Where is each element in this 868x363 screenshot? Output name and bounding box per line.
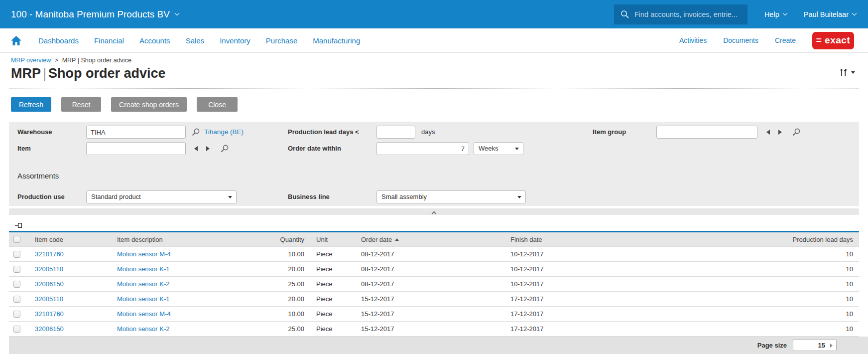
finish-date-cell: 17-12-2017 [504, 292, 714, 307]
item-next-icon[interactable] [206, 146, 210, 151]
order-date-cell: 08-12-2017 [355, 247, 504, 262]
refresh-button[interactable]: Refresh [11, 97, 51, 112]
quantity-cell: 25.00 [256, 277, 310, 292]
nav-item-purchase[interactable]: Purchase [266, 36, 297, 45]
item-description-link[interactable]: Motion sensor K-2 [117, 325, 170, 333]
production-use-label: Production use [17, 190, 65, 203]
warehouse-search-icon[interactable] [191, 128, 200, 137]
row-checkbox[interactable] [13, 266, 20, 273]
unit-cell: Piece [310, 277, 355, 292]
col-quantity[interactable]: Quantity [256, 232, 310, 247]
create-shop-orders-button[interactable]: Create shop orders [111, 97, 187, 112]
item-code-link[interactable]: 32006150 [35, 280, 64, 288]
nav-item-inventory[interactable]: Inventory [220, 36, 250, 45]
table-row: 32005110 Motion sensor K-1 20.00 Piece 0… [9, 262, 859, 277]
item-group-next-icon[interactable] [778, 130, 782, 135]
filter-panel: Warehouse Tihange (BE) Production lead d… [9, 122, 859, 206]
page-size-input[interactable]: 15 [793, 340, 837, 351]
nav-item-manufacturing[interactable]: Manufacturing [313, 36, 360, 45]
order-date-cell: 15-12-2017 [355, 322, 504, 337]
col-order-date[interactable]: Order date [355, 232, 504, 247]
item-code-link[interactable]: 32005110 [35, 295, 63, 303]
pin-columns-icon[interactable] [15, 222, 22, 229]
nav-item-documents[interactable]: Documents [723, 36, 758, 44]
item-code-link[interactable]: 32101760 [35, 250, 64, 258]
item-group-prev-icon[interactable] [766, 130, 770, 135]
toolbar: Refresh Reset Create shop orders Close [11, 97, 859, 112]
item-description-link[interactable]: Motion sensor M-4 [117, 250, 171, 258]
order-date-cell: 08-12-2017 [355, 277, 504, 292]
customize-menu[interactable] [840, 68, 855, 77]
row-checkbox[interactable] [13, 326, 20, 333]
col-finish-date[interactable]: Finish date [504, 232, 714, 247]
production-use-select[interactable]: Standard product [86, 190, 237, 203]
breadcrumb-parent-link[interactable]: MRP overview [11, 57, 51, 64]
chevron-down-icon [852, 11, 857, 16]
col-production-lead-days[interactable]: Production lead days [714, 232, 859, 247]
col-item-description[interactable]: Item description [111, 232, 256, 247]
order-date-unit-select[interactable]: Weeks [474, 142, 523, 155]
collapse-filters-strip[interactable] [9, 208, 859, 215]
item-search-icon[interactable] [220, 144, 229, 153]
row-checkbox[interactable] [13, 251, 20, 258]
close-button[interactable]: Close [197, 97, 238, 112]
row-checkbox[interactable] [13, 311, 20, 318]
breadcrumb-separator: > [55, 57, 58, 64]
nav-item-accounts[interactable]: Accounts [139, 36, 170, 45]
order-date-within-label: Order date within [288, 142, 341, 155]
order-date-within-input[interactable] [376, 142, 469, 155]
user-menu[interactable]: Paul Buitelaar [804, 10, 856, 18]
col-unit[interactable]: Unit [310, 232, 355, 247]
item-prev-icon[interactable] [194, 146, 198, 151]
reset-button[interactable]: Reset [61, 97, 101, 112]
page-content: MRP overview > MRP | Shop order advice M… [0, 53, 868, 354]
row-checkbox[interactable] [13, 296, 20, 303]
company-name: 100 - Manitoba Premium Products BV [11, 9, 170, 20]
finish-date-cell: 10-12-2017 [504, 262, 714, 277]
item-code-link[interactable]: 32005110 [35, 265, 63, 273]
nav-item-dashboards[interactable]: Dashboards [38, 36, 79, 45]
exact-logo: = exact [812, 32, 854, 49]
col-item-code[interactable]: Item code [29, 232, 111, 247]
order-date-cell: 15-12-2017 [355, 292, 504, 307]
item-code-link[interactable]: 32006150 [35, 325, 64, 333]
production-lead-days-input[interactable] [376, 126, 415, 139]
company-selector[interactable]: 100 - Manitoba Premium Products BV [11, 9, 179, 20]
item-description-link[interactable]: Motion sensor K-1 [117, 265, 170, 273]
table-body: 32101760 Motion sensor M-4 10.00 Piece 0… [9, 247, 859, 337]
nav-item-sales[interactable]: Sales [186, 36, 205, 45]
item-description-link[interactable]: Motion sensor M-4 [117, 310, 171, 318]
home-icon[interactable] [11, 36, 21, 45]
item-description-link[interactable]: Motion sensor K-2 [117, 280, 170, 288]
main-nav: Dashboards Financial Accounts Sales Inve… [0, 28, 868, 53]
results-table: Item code Item description Quantity Unit… [9, 231, 859, 337]
help-menu[interactable]: Help [764, 10, 787, 18]
row-checkbox[interactable] [13, 281, 20, 288]
chevron-down-icon [851, 71, 855, 74]
item-description-link[interactable]: Motion sensor K-1 [117, 295, 170, 303]
nav-item-activities[interactable]: Activities [679, 36, 707, 44]
select-all-checkbox[interactable] [13, 236, 20, 243]
search-input[interactable] [634, 10, 743, 18]
item-label: Item [17, 142, 31, 155]
item-code-link[interactable]: 32101760 [35, 310, 64, 318]
dropdown-arrow-icon [515, 148, 519, 150]
topbar: 100 - Manitoba Premium Products BV Help … [0, 0, 868, 28]
nav-item-financial[interactable]: Financial [94, 36, 124, 45]
finish-date-cell: 10-12-2017 [504, 247, 714, 262]
quantity-cell: 10.00 [256, 247, 310, 262]
warehouse-input[interactable] [86, 126, 186, 139]
title-separator: | [41, 66, 48, 81]
finish-date-cell: 17-12-2017 [504, 322, 714, 337]
next-page-icon[interactable] [830, 344, 833, 348]
global-search[interactable] [614, 4, 747, 24]
item-input[interactable] [86, 142, 186, 155]
business-line-select[interactable]: Small assembly [376, 190, 526, 203]
warehouse-value-link[interactable]: Tihange (BE) [204, 126, 244, 139]
item-group-input[interactable] [656, 126, 757, 139]
sort-ascending-icon [395, 238, 399, 241]
table-row: 32005110 Motion sensor K-1 20.00 Piece 1… [9, 292, 859, 307]
lead-days-cell: 10 [714, 247, 859, 262]
nav-item-create[interactable]: Create [775, 36, 796, 44]
item-group-search-icon[interactable] [792, 128, 801, 137]
